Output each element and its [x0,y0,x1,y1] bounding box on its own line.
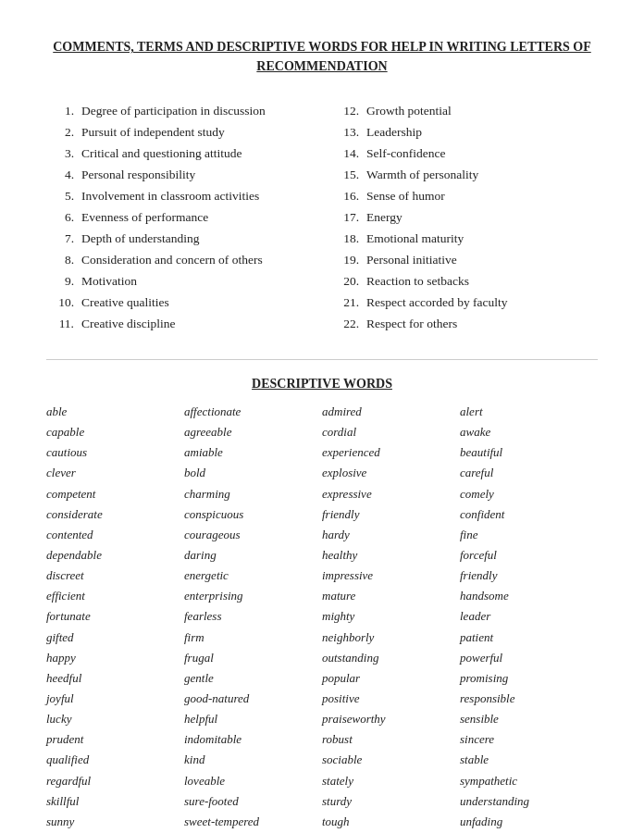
descriptive-word: sensible [460,710,598,728]
list-num: 5. [46,189,74,204]
descriptive-word: conspicuous [184,505,322,524]
descriptive-word: helpful [184,710,322,728]
list-item: 18.Emotional maturity [331,231,598,246]
list-num: 21. [331,295,359,310]
list-item: 22.Respect for others [331,317,598,331]
descriptive-word: frugal [184,649,322,667]
descriptive-word: confident [460,505,598,524]
descriptive-word: happy [46,649,184,667]
left-col: 1.Degree of participation in discussion2… [46,104,313,331]
descriptive-word: courageous [184,526,322,544]
descriptive-word: unfading [460,813,598,831]
list-num: 9. [46,274,74,289]
list-text: Critical and questioning attitude [81,146,242,161]
descriptive-word: powerful [460,649,598,667]
list-text: Evenness of performance [81,210,208,225]
descriptive-word: cordial [322,423,460,441]
descriptive-word: responsible [460,690,598,708]
descriptive-word: dependable [46,546,184,565]
descriptive-word: skillful [46,792,184,811]
descriptive-word: awake [460,423,598,441]
list-text: Leadership [366,125,422,140]
list-num: 18. [331,231,359,246]
descriptive-word: forceful [460,546,598,565]
list-item: 20.Reaction to setbacks [331,274,598,289]
descriptive-word: capable [46,423,184,441]
list-item: 4.Personal responsibility [46,168,313,182]
descriptive-word: sociable [322,751,460,769]
descriptive-word: stately [322,772,460,790]
list-item: 21.Respect accorded by faculty [331,295,598,310]
words-col-2: affectionateagreeableamiableboldcharming… [184,403,322,833]
descriptive-word: fearless [184,607,322,626]
descriptive-word: understanding [460,792,598,811]
list-num: 13. [331,125,359,140]
descriptive-word: impressive [322,566,460,585]
list-num: 20. [331,274,359,289]
numbered-list: 1.Degree of participation in discussion2… [46,104,598,331]
list-item: 15.Warmth of personality [331,168,598,182]
descriptive-word: sympathetic [460,772,598,790]
words-col-3: admiredcordialexperiencedexplosiveexpres… [322,403,460,833]
descriptive-section-title: DESCRIPTIVE WORDS [46,377,598,392]
list-item: 12.Growth potential [331,104,598,118]
words-col-4: alertawakebeautifulcarefulcomelyconfiden… [460,403,598,833]
descriptive-word: lucky [46,710,184,728]
list-item: 9.Motivation [46,274,313,289]
descriptive-word: heedful [46,669,184,688]
descriptive-word: friendly [460,566,598,585]
right-col: 12.Growth potential13.Leadership14.Self-… [331,104,598,331]
list-num: 22. [331,317,359,331]
list-text: Creative qualities [81,295,169,310]
descriptive-word: healthy [322,546,460,565]
list-num: 15. [331,168,359,182]
descriptive-word: kind [184,751,322,769]
list-num: 14. [331,146,359,161]
list-item: 13.Leadership [331,125,598,140]
list-item: 7.Depth of understanding [46,231,313,246]
descriptive-word: leader [460,607,598,626]
descriptive-word: neighborly [322,628,460,647]
descriptive-word: enterprising [184,587,322,605]
list-item: 14.Self-confidence [331,146,598,161]
list-text: Growth potential [366,104,452,118]
descriptive-word: efficient [46,587,184,605]
descriptive-words-grid: ablecapablecautiousclevercompetentconsid… [46,403,598,833]
list-num: 4. [46,168,74,182]
descriptive-word: tough [322,813,460,831]
list-item: 17.Energy [331,210,598,225]
descriptive-word: sunny [46,813,184,831]
descriptive-word: beautiful [460,443,598,462]
descriptive-word: careful [460,464,598,482]
list-text: Energy [366,210,402,225]
descriptive-word: sturdy [322,792,460,811]
descriptive-word: good-natured [184,690,322,708]
descriptive-word: mighty [322,607,460,626]
words-col-1: ablecapablecautiousclevercompetentconsid… [46,403,184,833]
descriptive-word: robust [322,730,460,749]
list-text: Self-confidence [366,146,445,161]
list-item: 10.Creative qualities [46,295,313,310]
list-num: 19. [331,253,359,267]
descriptive-word: sure-footed [184,792,322,811]
descriptive-word: sweet-tempered [184,813,322,831]
descriptive-word: competent [46,485,184,504]
descriptive-word: hardy [322,526,460,544]
list-text: Degree of participation in discussion [81,104,266,118]
list-text: Consideration and concern of others [81,253,263,267]
descriptive-word: agreeable [184,423,322,441]
list-item: 3.Critical and questioning attitude [46,146,313,161]
list-text: Emotional maturity [366,231,464,246]
list-text: Pursuit of independent study [81,125,225,140]
descriptive-word: expressive [322,485,460,504]
descriptive-word: considerate [46,505,184,524]
descriptive-word: praiseworthy [322,710,460,728]
descriptive-word: cautious [46,443,184,462]
descriptive-word: promising [460,669,598,688]
list-text: Reaction to setbacks [366,274,469,289]
list-text: Respect for others [366,317,457,331]
list-num: 3. [46,146,74,161]
list-text: Personal initiative [366,253,457,267]
list-num: 10. [46,295,74,310]
descriptive-word: popular [322,669,460,688]
